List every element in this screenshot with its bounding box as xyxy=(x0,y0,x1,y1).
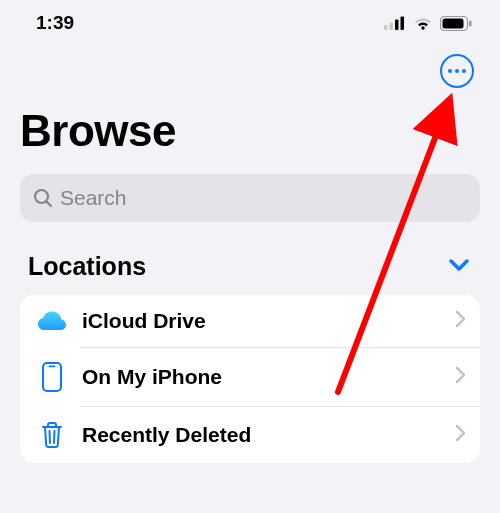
wifi-icon xyxy=(413,16,433,30)
battery-icon xyxy=(440,16,472,31)
search-icon xyxy=(32,187,54,209)
iphone-icon xyxy=(34,362,70,392)
cellular-icon xyxy=(384,16,406,30)
section-title: Locations xyxy=(28,252,146,281)
status-bar: 1:39 xyxy=(0,0,500,40)
chevron-right-icon xyxy=(455,424,466,446)
chevron-right-icon xyxy=(455,310,466,332)
svg-rect-1 xyxy=(390,23,394,31)
svg-rect-3 xyxy=(401,17,405,31)
svg-line-13 xyxy=(54,431,55,443)
list-item-label: On My iPhone xyxy=(82,365,455,389)
svg-line-9 xyxy=(47,202,52,207)
chevron-down-icon xyxy=(448,258,470,276)
cloud-icon xyxy=(34,310,70,332)
svg-rect-6 xyxy=(443,18,464,28)
list-item-on-my-iphone[interactable]: On My iPhone xyxy=(20,348,480,406)
svg-rect-2 xyxy=(395,20,399,31)
locations-section-header[interactable]: Locations xyxy=(0,222,500,291)
svg-line-12 xyxy=(50,431,51,443)
list-item-recently-deleted[interactable]: Recently Deleted xyxy=(20,407,480,463)
status-icons xyxy=(384,16,472,31)
page-title: Browse xyxy=(0,88,500,166)
top-bar xyxy=(0,40,500,88)
search-input[interactable]: Search xyxy=(20,174,480,222)
locations-list: iCloud Drive On My iPhone Recently Delet… xyxy=(20,295,480,463)
list-item-icloud-drive[interactable]: iCloud Drive xyxy=(20,295,480,347)
status-time: 1:39 xyxy=(36,12,74,34)
svg-point-4 xyxy=(421,26,424,29)
svg-rect-7 xyxy=(469,20,472,26)
chevron-right-icon xyxy=(455,366,466,388)
svg-rect-0 xyxy=(384,25,388,30)
more-options-button[interactable] xyxy=(440,54,474,88)
trash-icon xyxy=(34,421,70,449)
search-placeholder: Search xyxy=(60,186,127,210)
svg-rect-11 xyxy=(49,366,56,368)
list-item-label: Recently Deleted xyxy=(82,423,455,447)
list-item-label: iCloud Drive xyxy=(82,309,455,333)
